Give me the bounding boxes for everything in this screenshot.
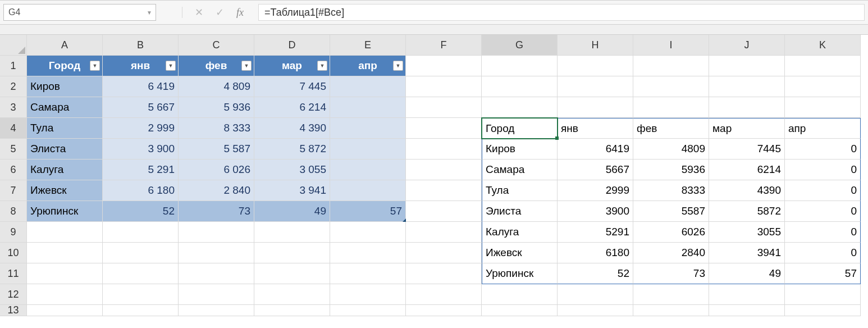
cell[interactable] (406, 305, 482, 316)
cell[interactable] (406, 284, 482, 305)
cell[interactable]: Самара (27, 97, 103, 118)
col-header-I[interactable]: I (633, 35, 709, 56)
cell[interactable] (406, 160, 482, 180)
cell[interactable]: 7 445 (254, 76, 330, 97)
cell[interactable]: 4809 (633, 139, 709, 160)
col-header-F[interactable]: F (406, 35, 482, 56)
cell[interactable]: Киров (27, 76, 103, 97)
row-header-3[interactable]: 3 (0, 97, 27, 118)
cell[interactable]: Тула (27, 118, 103, 139)
filter-icon[interactable]: ▼ (166, 61, 176, 71)
cell[interactable]: Элиста (27, 139, 103, 160)
cell[interactable] (785, 97, 861, 118)
cell[interactable] (330, 180, 406, 201)
cell[interactable] (103, 243, 179, 263)
row-header-2[interactable]: 2 (0, 76, 27, 97)
table-header-feb[interactable]: фев▼ (179, 56, 254, 76)
cell[interactable]: мар (709, 118, 785, 139)
cell[interactable] (482, 56, 558, 76)
cell[interactable] (406, 76, 482, 97)
cell[interactable] (482, 97, 558, 118)
name-box[interactable]: G4 ▼ (3, 4, 156, 21)
chevron-down-icon[interactable]: ▼ (147, 10, 152, 16)
cell[interactable]: Киров (482, 139, 558, 160)
cell[interactable]: Урюпинск (482, 263, 558, 284)
cell[interactable] (330, 97, 406, 118)
cell[interactable] (633, 56, 709, 76)
cell[interactable]: 6 180 (103, 180, 179, 201)
cell[interactable] (558, 76, 633, 97)
cell[interactable] (330, 222, 406, 243)
cell[interactable] (633, 305, 709, 316)
cell[interactable]: 6 026 (179, 160, 254, 180)
cell[interactable]: 3055 (709, 222, 785, 243)
cell[interactable]: 3 941 (254, 180, 330, 201)
cell[interactable]: 5667 (558, 160, 633, 180)
cell[interactable]: апр (785, 118, 861, 139)
col-header-D[interactable]: D (254, 35, 330, 56)
cell[interactable] (330, 160, 406, 180)
cell[interactable]: 52 (558, 263, 633, 284)
cell[interactable] (406, 56, 482, 76)
cell[interactable] (330, 139, 406, 160)
cancel-formula-button[interactable]: ✕ (195, 7, 203, 17)
cell[interactable] (103, 284, 179, 305)
row-header-4[interactable]: 4 (0, 118, 27, 139)
filter-icon[interactable]: ▼ (241, 61, 252, 71)
cell[interactable]: Элиста (482, 201, 558, 222)
cell[interactable]: 5 936 (179, 97, 254, 118)
cell[interactable]: 5587 (633, 201, 709, 222)
cell[interactable]: 5 872 (254, 139, 330, 160)
cell[interactable] (103, 222, 179, 243)
cell[interactable] (330, 305, 406, 316)
cell[interactable] (709, 56, 785, 76)
cell[interactable] (103, 305, 179, 316)
table-header-apr[interactable]: апр▼ (330, 56, 406, 76)
cell[interactable] (254, 305, 330, 316)
cell[interactable] (406, 201, 482, 222)
cell[interactable]: 3900 (558, 201, 633, 222)
cell[interactable]: 0 (785, 180, 861, 201)
cell[interactable] (330, 118, 406, 139)
active-cell-G4[interactable]: Город (482, 118, 558, 139)
col-header-G[interactable]: G (482, 35, 558, 56)
cell[interactable] (103, 263, 179, 284)
cell[interactable]: Ижевск (482, 243, 558, 263)
cell[interactable]: 8333 (633, 180, 709, 201)
cell[interactable]: 5 291 (103, 160, 179, 180)
cell[interactable]: 6419 (558, 139, 633, 160)
row-header-8[interactable]: 8 (0, 201, 27, 222)
cell[interactable]: Калуга (482, 222, 558, 243)
col-header-K[interactable]: K (785, 35, 861, 56)
row-header-11[interactable]: 11 (0, 263, 27, 284)
cell[interactable]: Тула (482, 180, 558, 201)
cell[interactable] (558, 97, 633, 118)
cell[interactable] (785, 284, 861, 305)
cell[interactable]: 2999 (558, 180, 633, 201)
cell[interactable]: 3941 (709, 243, 785, 263)
cell[interactable]: 5936 (633, 160, 709, 180)
cell[interactable] (406, 222, 482, 243)
cell[interactable]: 2840 (633, 243, 709, 263)
cell[interactable] (633, 284, 709, 305)
table-header-mar[interactable]: мар▼ (254, 56, 330, 76)
cell[interactable] (709, 97, 785, 118)
cell[interactable]: 5 667 (103, 97, 179, 118)
cell[interactable] (27, 222, 103, 243)
cell[interactable] (254, 284, 330, 305)
cell[interactable]: 2 840 (179, 180, 254, 201)
cell[interactable] (558, 56, 633, 76)
cell[interactable] (558, 284, 633, 305)
row-header-13[interactable]: 13 (0, 305, 27, 316)
cell[interactable] (785, 56, 861, 76)
cell[interactable]: 73 (633, 263, 709, 284)
cell[interactable] (330, 76, 406, 97)
cell[interactable] (27, 284, 103, 305)
col-header-J[interactable]: J (709, 35, 785, 56)
cell[interactable] (27, 305, 103, 316)
cell[interactable] (482, 76, 558, 97)
cell[interactable] (406, 263, 482, 284)
cell[interactable] (330, 284, 406, 305)
cell[interactable] (179, 305, 254, 316)
cell[interactable] (785, 76, 861, 97)
